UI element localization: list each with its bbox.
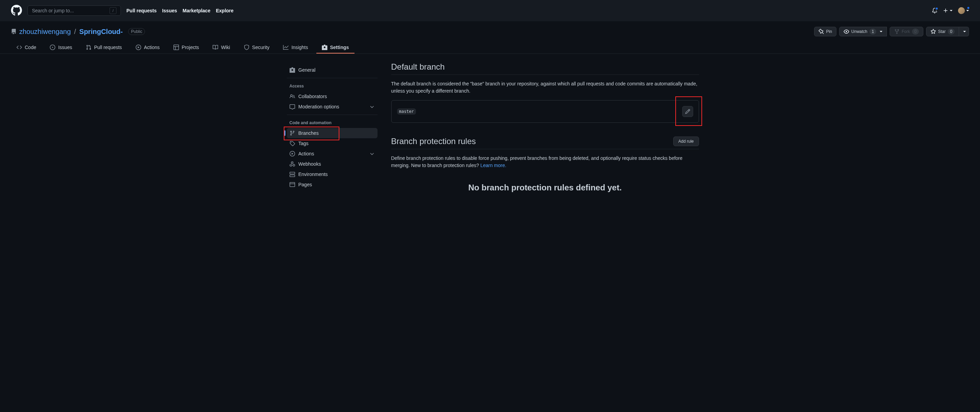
nav-marketplace[interactable]: Marketplace — [183, 8, 210, 13]
user-menu[interactable] — [958, 7, 969, 14]
gear-icon — [290, 67, 295, 73]
sidebar-item-webhooks[interactable]: Webhooks — [287, 159, 377, 169]
play-icon — [136, 44, 141, 50]
play-icon — [290, 151, 295, 157]
caret-down-icon — [963, 31, 966, 32]
user-status-dot — [967, 6, 970, 10]
fork-count: 0 — [912, 29, 919, 35]
chevron-down-icon — [369, 151, 375, 157]
eye-icon — [844, 29, 849, 34]
tab-pull-requests[interactable]: Pull requests — [80, 42, 127, 54]
repo-path: zhouzhiwengang / SpringCloud- — [19, 28, 123, 36]
sidebar-item-moderation[interactable]: Moderation options — [287, 101, 377, 112]
people-icon — [290, 93, 295, 99]
caret-down-icon — [880, 31, 883, 32]
webhook-icon — [290, 161, 295, 167]
tab-settings[interactable]: Settings — [317, 42, 355, 54]
pr-icon — [86, 44, 91, 50]
code-icon — [16, 44, 22, 50]
slash-hotkey: / — [110, 7, 116, 14]
create-menu[interactable] — [943, 8, 953, 13]
tab-insights[interactable]: Insights — [278, 42, 313, 54]
tab-wiki[interactable]: Wiki — [207, 42, 235, 54]
settings-content: Default branch The default branch is con… — [391, 62, 699, 192]
chevron-down-icon — [369, 104, 375, 109]
shield-icon — [244, 44, 250, 50]
caret-down-icon — [950, 10, 953, 11]
tab-issues[interactable]: Issues — [44, 42, 77, 54]
repo-header: zhouzhiwengang / SpringCloud- Public Pin… — [0, 21, 980, 54]
tab-code[interactable]: Code — [11, 42, 41, 54]
search-input[interactable]: Search or jump to... / — [27, 5, 121, 16]
search-placeholder: Search or jump to... — [32, 8, 110, 13]
tab-actions[interactable]: Actions — [130, 42, 165, 54]
notifications-button[interactable] — [932, 8, 937, 13]
notification-dot — [935, 7, 939, 10]
tab-security[interactable]: Security — [239, 42, 275, 54]
default-branch-heading: Default branch — [391, 62, 699, 75]
sidebar-item-tags[interactable]: Tags — [287, 138, 377, 149]
caret-down-icon — [966, 10, 969, 11]
table-icon — [173, 44, 179, 50]
server-icon — [290, 171, 295, 177]
sidebar-group-access: Access — [281, 81, 383, 91]
fork-button[interactable]: Fork 0 — [890, 27, 923, 36]
nav-explore[interactable]: Explore — [216, 8, 233, 13]
settings-sidebar: General Access Collaborators Moderation … — [281, 62, 383, 192]
no-rules-message: No branch protection rules defined yet. — [391, 183, 699, 192]
gear-icon — [322, 44, 327, 50]
default-branch-box: master — [391, 100, 699, 123]
nav-pull-requests[interactable]: Pull requests — [126, 8, 157, 13]
issue-icon — [50, 44, 55, 50]
star-button[interactable]: Star 0 — [926, 27, 959, 36]
sidebar-item-collaborators[interactable]: Collaborators — [287, 91, 377, 101]
add-rule-button[interactable]: Add rule — [673, 136, 699, 146]
learn-more-link[interactable]: Learn more. — [480, 163, 506, 168]
default-branch-name: master — [397, 108, 416, 114]
nav-issues[interactable]: Issues — [162, 8, 177, 13]
repo-name-link[interactable]: SpringCloud- — [80, 28, 123, 35]
sidebar-item-actions[interactable]: Actions — [287, 149, 377, 159]
comment-icon — [290, 104, 295, 109]
tag-icon — [290, 141, 295, 146]
sidebar-item-general[interactable]: General — [287, 65, 377, 75]
repo-icon — [11, 29, 16, 34]
repo-tabs: Code Issues Pull requests Actions Projec… — [11, 42, 969, 54]
sidebar-item-environments[interactable]: Environments — [287, 169, 377, 179]
fork-icon — [894, 29, 900, 34]
visibility-badge: Public — [128, 28, 145, 35]
pencil-icon — [685, 109, 690, 114]
graph-icon — [283, 44, 288, 50]
unwatch-button[interactable]: Unwatch 1 — [839, 27, 887, 36]
rename-branch-button[interactable] — [682, 106, 693, 117]
sidebar-item-pages[interactable]: Pages — [287, 179, 377, 190]
star-icon — [931, 29, 936, 34]
star-count: 0 — [948, 29, 955, 35]
tab-projects[interactable]: Projects — [168, 42, 205, 54]
protection-rules-description: Define branch protection rules to disabl… — [391, 155, 699, 169]
top-nav: Pull requests Issues Marketplace Explore — [126, 8, 234, 13]
book-icon — [213, 44, 218, 50]
github-logo[interactable] — [11, 5, 22, 17]
repo-owner-link[interactable]: zhouzhiwengang — [19, 28, 71, 35]
default-branch-description: The default branch is considered the "ba… — [391, 80, 699, 95]
star-menu-button[interactable] — [959, 27, 969, 36]
global-header: Search or jump to... / Pull requests Iss… — [0, 0, 980, 21]
browser-icon — [290, 182, 295, 187]
watch-count: 1 — [869, 29, 876, 35]
plus-icon — [943, 8, 948, 13]
protection-rules-heading: Branch protection rules — [391, 136, 673, 149]
pin-button[interactable]: Pin — [814, 27, 837, 36]
pin-icon — [819, 29, 824, 34]
avatar — [958, 7, 965, 14]
